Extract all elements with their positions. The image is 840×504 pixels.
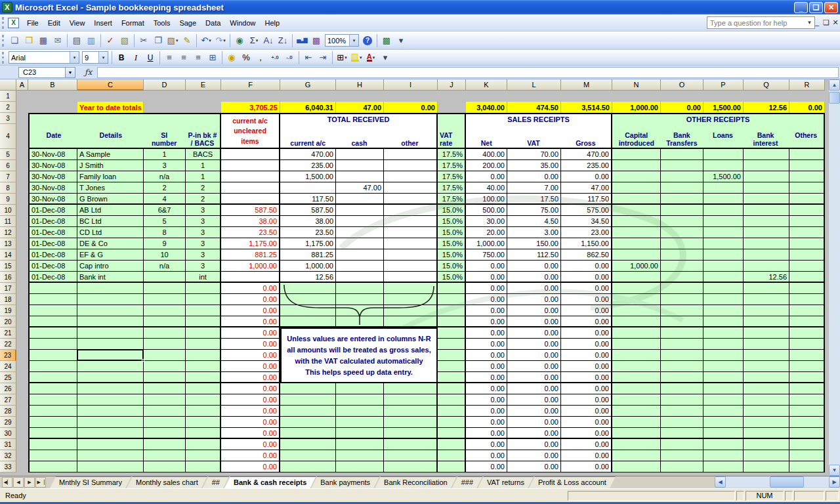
cell-D18[interactable]	[144, 294, 186, 305]
sheet-tab-monthly-sales-chart[interactable]: Monthly sales chart	[127, 476, 207, 488]
cell-F6[interactable]	[221, 160, 280, 171]
last-sheet-button[interactable]: ▶▕	[35, 477, 46, 488]
insert-function-icon[interactable]: ƒx	[85, 68, 92, 77]
cell-M22[interactable]: 0.00	[561, 339, 612, 350]
sheet-tab-bank-reconciliation[interactable]: Bank Reconciliation	[375, 476, 457, 488]
format-painter-button[interactable]: ✎	[180, 34, 194, 47]
cell-J13[interactable]: 15.0%	[438, 238, 466, 249]
cell-P25[interactable]	[704, 372, 744, 383]
save-button[interactable]: ▦	[37, 34, 50, 47]
cell-L32[interactable]: 0.00	[507, 450, 561, 461]
cell-K14[interactable]: 750.00	[466, 249, 507, 261]
cell-K6[interactable]: 200.00	[466, 160, 507, 171]
cell-D22[interactable]	[144, 339, 186, 350]
cell-O8[interactable]	[661, 182, 704, 194]
cell-M23[interactable]: 0.00	[561, 350, 612, 361]
cell-N19[interactable]	[612, 305, 661, 316]
row-header-15[interactable]: 15	[0, 261, 16, 272]
cell-L30[interactable]: 0.00	[507, 428, 561, 439]
cell-P10[interactable]	[704, 205, 744, 216]
sheet-tab-bank-payments[interactable]: Bank payments	[311, 476, 379, 488]
cell-H15[interactable]	[336, 261, 384, 272]
previous-sheet-button[interactable]: ◀	[13, 477, 24, 488]
cell-P26[interactable]	[704, 383, 744, 394]
zoom-combo[interactable]: 100%▾	[325, 34, 359, 47]
row-header-12[interactable]: 12	[0, 227, 16, 238]
cell-F27[interactable]: 0.00	[221, 394, 280, 406]
cell-P6[interactable]	[704, 160, 744, 171]
cell-E11[interactable]: 3	[186, 216, 221, 227]
cell-I20[interactable]	[384, 316, 438, 327]
drawing-button[interactable]: ▩	[310, 34, 323, 47]
column-header-O[interactable]: O	[661, 79, 704, 91]
cell-Q7[interactable]	[744, 171, 789, 182]
sheet-tab-vat-returns[interactable]: VAT returns	[478, 476, 534, 488]
cell-M8[interactable]: 47.00	[561, 182, 612, 194]
cell-Q26[interactable]	[744, 383, 789, 394]
cell-M33[interactable]: 0.00	[561, 461, 612, 472]
cell-B15[interactable]: 01-Dec-08	[28, 261, 77, 272]
cell-G13[interactable]: 1,175.00	[280, 238, 336, 249]
cell-L26[interactable]: 0.00	[507, 383, 561, 394]
cell-N10[interactable]	[612, 205, 661, 216]
cell-R29[interactable]	[789, 417, 825, 428]
cell-F25[interactable]: 0.00	[221, 372, 280, 383]
cell-K9[interactable]: 100.00	[466, 194, 507, 205]
cell-C27[interactable]	[77, 394, 144, 406]
column-header-G[interactable]: G	[280, 79, 336, 91]
cell-Q10[interactable]	[744, 205, 789, 216]
cell-C21[interactable]	[77, 327, 144, 339]
cell-H30[interactable]	[336, 428, 384, 439]
cell-M17[interactable]: 0.00	[561, 283, 612, 294]
cell-N25[interactable]	[612, 372, 661, 383]
cell-B27[interactable]	[28, 394, 77, 406]
menu-sage[interactable]: Sage	[175, 17, 201, 29]
cell-I31[interactable]	[384, 439, 438, 450]
cell-R19[interactable]	[789, 305, 825, 316]
cell-G32[interactable]	[280, 450, 336, 461]
cell-D8[interactable]: 2	[144, 182, 186, 194]
cell-H29[interactable]	[336, 417, 384, 428]
cell-M20[interactable]: 0.00	[561, 316, 612, 327]
bold-button[interactable]: B	[115, 51, 128, 64]
cell-C19[interactable]	[77, 305, 144, 316]
cell-R21[interactable]	[789, 327, 825, 339]
cell-H12[interactable]	[336, 227, 384, 238]
cell-I19[interactable]	[384, 305, 438, 316]
cell-P17[interactable]	[704, 283, 744, 294]
cell-L22[interactable]: 0.00	[507, 339, 561, 350]
cell-N16[interactable]	[612, 272, 661, 283]
cell-E8[interactable]: 2	[186, 182, 221, 194]
cell-F15[interactable]: 1,000.00	[221, 261, 280, 272]
copy-button[interactable]: ❐	[152, 34, 165, 47]
cell-K24[interactable]: 0.00	[466, 361, 507, 372]
cell-E23[interactable]	[186, 350, 221, 361]
cell-D11[interactable]: 5	[144, 216, 186, 227]
cell-E16[interactable]: int	[186, 272, 221, 283]
cell-M5[interactable]: 470.00	[561, 149, 612, 160]
total-I[interactable]: 0.00	[384, 102, 438, 113]
underline-button[interactable]: U	[144, 51, 157, 64]
row-header-2[interactable]: 2	[0, 102, 16, 113]
cell-J24[interactable]	[438, 361, 466, 372]
cell-R30[interactable]	[789, 428, 825, 439]
toolbar-options-chevron[interactable]: ▾	[379, 51, 392, 64]
cell-Q31[interactable]	[744, 439, 789, 450]
sheet-tab--[interactable]: ###	[452, 476, 482, 488]
cell-J7[interactable]: 17.5%	[438, 171, 466, 182]
cell-R12[interactable]	[789, 227, 825, 238]
cell-K32[interactable]: 0.00	[466, 450, 507, 461]
cell-P24[interactable]	[704, 361, 744, 372]
cell-I27[interactable]	[384, 394, 438, 406]
row-header-33[interactable]: 33	[0, 461, 16, 472]
cell-N7[interactable]	[612, 171, 661, 182]
cell-Q6[interactable]	[744, 160, 789, 171]
cell-G17[interactable]	[280, 283, 336, 294]
chevron-down-icon[interactable]: ▾	[345, 55, 347, 60]
total-K[interactable]: 3,040.00	[466, 102, 507, 113]
cell-D28[interactable]	[144, 406, 186, 417]
cell-N28[interactable]	[612, 406, 661, 417]
cell-F23[interactable]: 0.00	[221, 350, 280, 361]
cell-C5[interactable]: A Sample	[77, 149, 144, 160]
cell-O29[interactable]	[661, 417, 704, 428]
